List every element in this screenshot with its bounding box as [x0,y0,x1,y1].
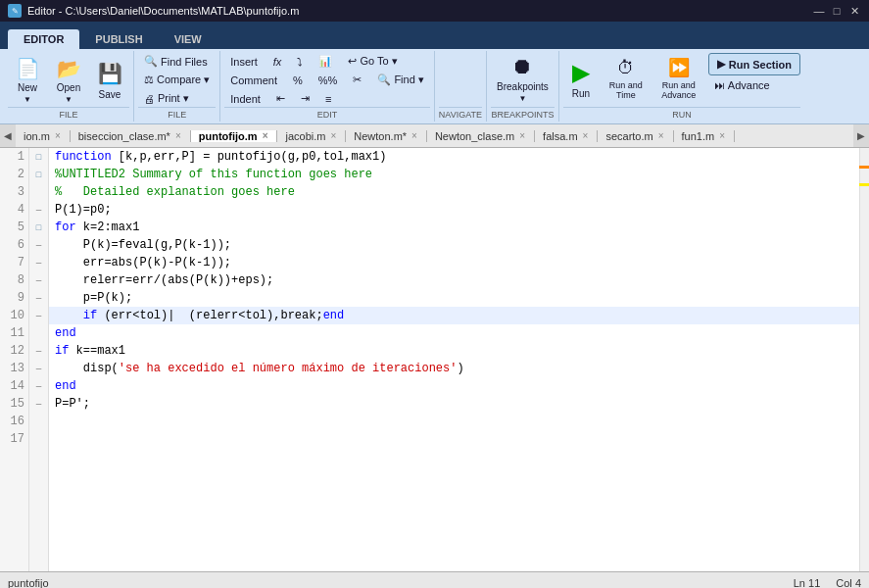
breakpoints-button[interactable]: ⏺ Breakpoints ▼ [491,53,555,104]
code-line-14[interactable]: end [49,377,859,395]
eval2-button[interactable]: 📊 [313,53,338,70]
code-line-5[interactable]: for k=2:max1 [49,219,859,236]
indent-left-button[interactable]: ⇤ [270,90,291,107]
tab-publish[interactable]: PUBLISH [79,29,158,49]
percent-button[interactable]: % [287,73,309,88]
print-button[interactable]: 🖨 Print ▾ [138,90,195,107]
goto-button[interactable]: ↩ Go To ▾ [342,53,403,70]
maximize-button[interactable]: □ [830,4,844,18]
tab-editor[interactable]: EDITOR [8,29,79,49]
find-button[interactable]: 🔍 Find ▾ [371,72,430,88]
file-tab-close-8[interactable]: × [718,130,726,141]
new-label: New [18,82,37,93]
tabs-nav-left[interactable]: ◀ [0,124,16,147]
code-content[interactable]: function [k,p,err,P] = puntofijo(g,p0,to… [49,148,859,571]
gutter-cell-2: □ [29,166,48,183]
line-num-4: 4 [0,201,28,219]
file-tab-2[interactable]: puntofijo.m× [191,130,278,142]
insert-button[interactable]: Insert [224,54,264,70]
gutter-cell-13: – [29,360,48,377]
save-label: Save [99,89,121,100]
find-files-button[interactable]: 🔍 Find Files [138,53,214,70]
advance-button[interactable]: ⏭ Advance [708,77,800,93]
run-time-button[interactable]: ⏱ Run andTime [603,53,650,104]
ribbon-group-file-content: 📄 New ▼ 📂 Open ▼ 💾 Save [8,53,129,107]
indent-right-button[interactable]: ⇥ [295,90,315,107]
code-line-7[interactable]: err=abs(P(k)-P(k-1)); [49,254,859,271]
file-tab-close-6[interactable]: × [582,130,590,141]
code-line-1[interactable]: function [k,p,err,P] = puntofijo(g,p0,to… [49,148,859,166]
print-icon: 🖨 [144,93,155,105]
file-tab-close-0[interactable]: × [54,130,62,141]
dash-6: – [36,236,42,254]
line-num-7: 7 [0,254,28,271]
fold-icon-1[interactable]: □ [36,148,41,166]
run-section-group: ▶ Run Section ⏭ Advance [708,53,800,93]
file-tab-3[interactable]: jacobi.m× [277,130,346,142]
compare-label: Compare ▾ [157,74,210,86]
fold-icon-5[interactable]: □ [36,219,41,236]
file-tab-6[interactable]: falsa.m× [535,130,598,142]
file-tab-4[interactable]: Newton.m*× [346,130,427,142]
smart-indent-button[interactable]: ≡ [319,91,337,107]
indent-button[interactable]: Indent [224,91,266,107]
new-button[interactable]: 📄 New ▼ [8,55,47,106]
file-tab-close-3[interactable]: × [329,130,337,141]
dash-12: – [36,342,42,360]
close-button[interactable]: ✕ [847,4,861,18]
code-line-15[interactable]: P=P'; [49,395,859,413]
compare-button[interactable]: ⚖ Compare ▾ [138,72,216,88]
code-line-4[interactable]: P(1)=p0; [49,201,859,219]
breakpoints-icon: ⏺ [511,54,533,79]
dash-14: – [36,377,42,395]
statusbar: puntofijo Ln 11 Col 4 [0,571,869,588]
line-num-3: 3 [0,183,28,201]
code-line-16[interactable] [49,413,859,430]
code-line-12[interactable]: if k==max1 [49,342,859,360]
run-advance-button[interactable]: ⏩ Run andAdvance [653,53,704,104]
open-dropdown-arrow: ▼ [65,95,72,104]
code-line-17[interactable] [49,430,859,448]
eval-button[interactable]: ⤵ [291,54,309,70]
line-num-9: 9 [0,289,28,307]
code-line-9[interactable]: p=P(k); [49,289,859,307]
code-line-6[interactable]: P(k)=feval(g,P(k-1)); [49,236,859,254]
fold-icon-2[interactable]: □ [36,166,41,183]
file-tab-close-4[interactable]: × [410,130,418,141]
edit-group-content: Insert fx ⤵ 📊 ↩ Go To ▾ Comment % %% ✂ 🔍… [224,53,430,107]
file-tabs-container: ion.m×biseccion_clase.m*×puntofijo.m×jac… [16,130,853,142]
new-icon: 📄 [14,57,41,80]
tabs-nav-right[interactable]: ▶ [853,124,869,147]
save-button[interactable]: 💾 Save [90,55,129,106]
file-tab-8[interactable]: fun1.m× [674,130,735,142]
file-tab-close-7[interactable]: × [657,130,665,141]
file-tab-5[interactable]: Newton_clase.m× [427,130,535,142]
gutter-cell-12: – [29,342,48,360]
comment-button[interactable]: Comment [224,73,283,88]
code-line-8[interactable]: relerr=err/(abs(P(k))+eps); [49,271,859,289]
fx-button[interactable]: fx [267,54,288,70]
code-line-13[interactable]: disp('se ha excedido el número máximo de… [49,360,859,377]
editor-icon: ✎ [8,4,22,18]
run-button[interactable]: ▶ Run [563,53,599,104]
open-icon: 📂 [55,57,82,80]
file-tab-close-1[interactable]: × [174,130,182,141]
tab-view[interactable]: VIEW [159,29,217,49]
code-line-3[interactable]: % Detailed explanation goes here [49,183,859,201]
minimize-button[interactable]: — [812,4,826,18]
file-tab-7[interactable]: secarto.m× [598,130,673,142]
scissors-button[interactable]: ✂ [347,72,367,88]
file-tab-close-5[interactable]: × [518,130,526,141]
code-line-10[interactable]: if (err<tol)| (relerr<tol),break;end [49,307,859,324]
file-tab-1[interactable]: biseccion_clase.m*× [71,130,191,142]
comment2-button[interactable]: %% [313,73,344,88]
code-line-2[interactable]: %UNTITLED2 Summary of this function goes… [49,166,859,183]
file-tab-0[interactable]: ion.m× [16,130,71,142]
run-section-button[interactable]: ▶ Run Section [708,53,800,75]
dash-4: – [36,201,42,219]
file-group-label: FILE [8,107,129,120]
file-tab-close-2[interactable]: × [262,130,269,141]
code-line-11[interactable]: end [49,324,859,342]
run-time-icon: ⏱ [617,58,635,78]
open-button[interactable]: 📂 Open ▼ [49,55,88,106]
